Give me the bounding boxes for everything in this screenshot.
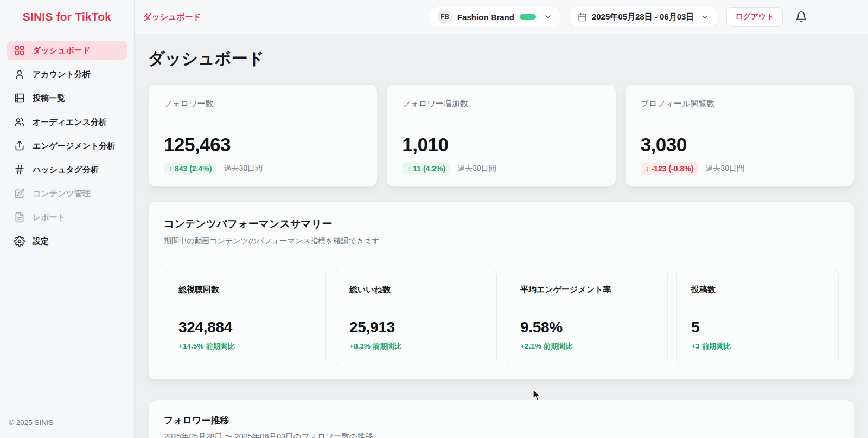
sub-change: +14.5% 前期間比 xyxy=(178,342,311,351)
date-range-picker[interactable]: 2025年05月28日 - 06月03日 xyxy=(570,7,717,27)
sub-label: 投稿数 xyxy=(691,285,824,295)
topbar: ダッシュボード FB Fashion Brand 2025年05月28日 - 0… xyxy=(135,0,868,34)
followers-card: フォロワー数 125,463 ↑ 843 (2.4%) 過去30日間 xyxy=(148,84,378,187)
stat-value: 3,030 xyxy=(641,134,839,156)
sidebar-item-label: 投稿一覧 xyxy=(33,93,65,104)
page-title: ダッシュボード xyxy=(148,48,854,70)
stat-value: 125,463 xyxy=(164,134,362,156)
sub-label: 平均エンゲージメント率 xyxy=(520,285,653,295)
stat-label: フォロワー増加数 xyxy=(402,99,600,109)
avg-engagement-card: 平均エンゲージメント率 9.58% +2.1% 前期間比 xyxy=(506,270,668,364)
sidebar-item-report[interactable]: レポート xyxy=(7,208,127,227)
user-icon xyxy=(14,69,25,80)
sidebar-item-content-management[interactable]: コンテンツ管理 xyxy=(7,184,127,203)
content-performance-panel: コンテンツパフォーマンスサマリー 期間中の動画コンテンツのパフォーマンス指標を確… xyxy=(148,201,854,380)
change-badge: ↑ 11 (4.2%) xyxy=(402,162,450,175)
change-badge: ↑ 843 (2.4%) xyxy=(164,162,216,175)
chevron-down-icon xyxy=(701,13,709,21)
total-likes-card: 総いいね数 25,913 +8.3% 前期間比 xyxy=(335,270,497,364)
follower-trend-panel: フォロワー推移 2025年05月28日 〜 2025年06月03日のフォロワー数… xyxy=(148,400,854,438)
sub-change: +2.1% 前期間比 xyxy=(520,342,653,351)
sidebar-item-label: ハッシュタグ分析 xyxy=(33,165,99,175)
trend-title: フォロワー推移 xyxy=(164,414,839,427)
total-views-card: 総視聴回数 324,884 +14.5% 前期間比 xyxy=(164,270,326,364)
sidebar-item-audience-analysis[interactable]: オーディエンス分析 xyxy=(7,112,127,132)
calendar-icon xyxy=(578,12,587,22)
sub-value: 25,913 xyxy=(349,319,482,336)
logout-button[interactable]: ログアウト xyxy=(726,7,783,27)
brand-avatar: FB xyxy=(438,10,452,24)
profile-views-card: プロフィール閲覧数 3,030 ↓ -123 (-0.8%) 過去30日間 xyxy=(625,84,854,187)
film-icon xyxy=(14,93,25,104)
period-label: 過去30日間 xyxy=(457,164,496,173)
dashboard-icon xyxy=(14,45,25,56)
trend-subtitle: 2025年05月28日 〜 2025年06月03日のフォロワー数の推移 xyxy=(164,431,839,438)
follower-growth-card: フォロワー増加数 1,010 ↑ 11 (4.2%) 過去30日間 xyxy=(386,84,616,187)
sidebar-item-label: コンテンツ管理 xyxy=(33,189,91,199)
period-label: 過去30日間 xyxy=(224,164,263,173)
edit-icon xyxy=(14,188,25,199)
main-content: ダッシュボード フォロワー数 125,463 ↑ 843 (2.4%) 過去30… xyxy=(135,34,868,438)
sub-value: 9.58% xyxy=(520,319,653,336)
copyright: © 2025 SINIS xyxy=(0,409,134,438)
panel-subtitle: 期間中の動画コンテンツのパフォーマンス指標を確認できます xyxy=(164,236,839,246)
sidebar-item-label: ダッシュボード xyxy=(33,46,91,56)
brand-name: Fashion Brand xyxy=(457,12,514,22)
sidebar-item-engagement-analysis[interactable]: エンゲージメント分析 xyxy=(7,136,127,156)
notification-bell-button[interactable] xyxy=(795,11,807,23)
sidebar-item-label: 設定 xyxy=(33,236,49,247)
sidebar-nav: ダッシュボード アカウント分析 投稿一覧 オーディエンス分析 エンゲージメント分… xyxy=(0,34,134,262)
sidebar-item-dashboard[interactable]: ダッシュボード xyxy=(7,41,127,60)
chevron-down-icon xyxy=(544,12,552,21)
users-icon xyxy=(14,117,25,127)
sidebar-item-label: オーディエンス分析 xyxy=(33,117,107,127)
sidebar-item-label: レポート xyxy=(33,212,66,223)
sidebar-item-posts[interactable]: 投稿一覧 xyxy=(7,88,127,108)
sub-value: 5 xyxy=(691,319,824,336)
post-count-card: 投稿数 5 +3 前期間比 xyxy=(676,270,839,364)
period-label: 過去30日間 xyxy=(705,164,744,173)
sidebar-item-label: アカウント分析 xyxy=(33,69,91,80)
sidebar-item-account-analysis[interactable]: アカウント分析 xyxy=(7,65,127,84)
summary-cards-row: 総視聴回数 324,884 +14.5% 前期間比 総いいね数 25,913 +… xyxy=(164,270,839,364)
sub-change: +3 前期間比 xyxy=(691,342,824,351)
sidebar-item-label: エンゲージメント分析 xyxy=(33,141,115,151)
sub-change: +8.3% 前期間比 xyxy=(349,342,482,351)
report-icon xyxy=(14,212,25,223)
stat-label: フォロワー数 xyxy=(164,99,362,109)
brand-status-badge xyxy=(520,14,536,20)
change-badge: ↓ -123 (-0.8%) xyxy=(641,162,699,175)
app-logo: SINIS for TikTok xyxy=(0,0,134,34)
sidebar-item-settings[interactable]: 設定 xyxy=(7,231,127,251)
sidebar-item-hashtag-analysis[interactable]: ハッシュタグ分析 xyxy=(7,160,127,179)
stat-value: 1,010 xyxy=(402,134,600,156)
brand-selector[interactable]: FB Fashion Brand xyxy=(430,7,560,27)
hash-icon xyxy=(14,164,25,175)
kpi-cards-row: フォロワー数 125,463 ↑ 843 (2.4%) 過去30日間 フォロワー… xyxy=(148,84,854,187)
sub-label: 総視聴回数 xyxy=(178,285,311,295)
gear-icon xyxy=(14,236,25,247)
sidebar: SINIS for TikTok ダッシュボード アカウント分析 投稿一覧 オー… xyxy=(0,0,135,438)
bell-icon xyxy=(795,11,807,23)
share-icon xyxy=(14,140,25,151)
date-range-value: 2025年05月28日 - 06月03日 xyxy=(592,12,694,22)
breadcrumb[interactable]: ダッシュボード xyxy=(143,12,201,22)
sub-value: 324,884 xyxy=(178,319,311,336)
stat-label: プロフィール閲覧数 xyxy=(641,99,839,109)
panel-title: コンテンツパフォーマンスサマリー xyxy=(164,217,839,231)
sub-label: 総いいね数 xyxy=(349,285,482,295)
